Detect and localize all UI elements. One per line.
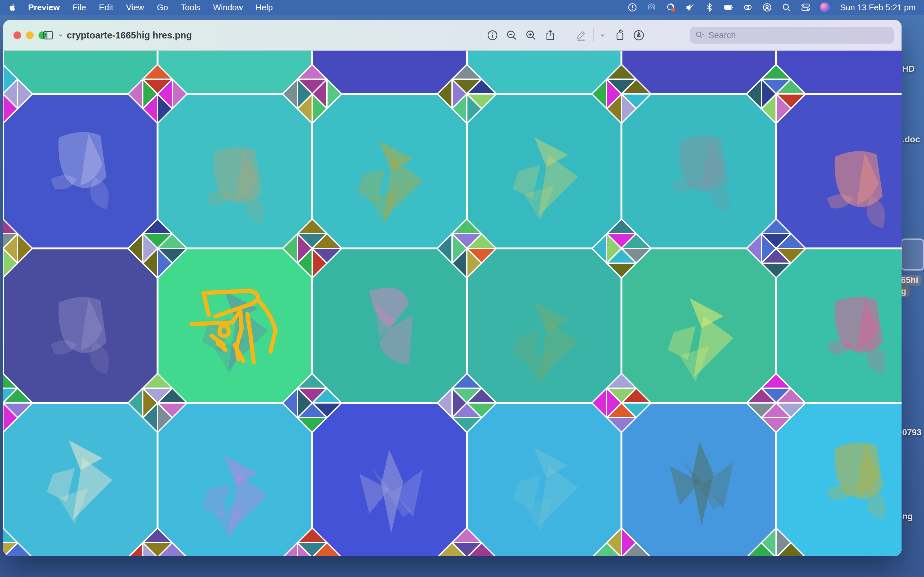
desktop-file-label[interactable]: 0793	[902, 428, 921, 438]
annotate-pen-icon[interactable]	[633, 29, 645, 41]
spotlight-icon[interactable]	[782, 3, 791, 12]
desktop-file-icon[interactable]	[901, 239, 924, 271]
zoom-in-icon[interactable]	[525, 29, 537, 41]
traffic-lights	[13, 31, 46, 39]
battery-icon[interactable]	[724, 3, 733, 12]
sidebar-controls	[42, 20, 64, 51]
image-canvas	[3, 51, 901, 556]
record-badge-icon[interactable]	[666, 3, 676, 12]
menu-item-go[interactable]: Go	[157, 0, 168, 15]
volume-muted-icon[interactable]	[685, 3, 695, 12]
menu-item-file[interactable]: File	[73, 0, 86, 15]
desktop-file-label[interactable]: HD	[902, 64, 915, 74]
preview-window: cryptoarte-1665hig hres.png Search	[3, 20, 901, 556]
control-center-icon[interactable]	[801, 3, 811, 12]
menu-item-tools[interactable]: Tools	[181, 0, 200, 15]
toolbar-divider	[593, 29, 594, 42]
share-icon[interactable]	[544, 29, 556, 41]
onepassword-icon[interactable]	[628, 3, 637, 12]
window-title: cryptoarte-1665hig hres.png	[67, 20, 192, 51]
search-placeholder: Search	[708, 31, 736, 40]
user-account-icon[interactable]	[762, 3, 772, 12]
chevron-down-icon[interactable]	[599, 31, 606, 39]
status-icons	[628, 3, 830, 12]
search-field[interactable]: Search	[690, 27, 894, 44]
menu-item-edit[interactable]: Edit	[99, 0, 113, 15]
rotate-icon[interactable]	[614, 29, 626, 41]
close-button[interactable]	[13, 31, 21, 39]
menu-bar: PreviewFileEditViewGoToolsWindowHelp Sun…	[0, 0, 924, 15]
markup-pencil-icon[interactable]	[575, 29, 587, 41]
toolbar-actions	[486, 20, 652, 51]
menu-items: PreviewFileEditViewGoToolsWindowHelp	[28, 0, 273, 15]
search-icon	[695, 31, 704, 40]
window-toolbar: cryptoarte-1665hig hres.png Search	[3, 20, 901, 51]
menu-item-window[interactable]: Window	[213, 0, 242, 15]
info-icon[interactable]	[486, 29, 499, 41]
sidebar-icon[interactable]	[42, 29, 55, 42]
minimize-button[interactable]	[26, 31, 34, 39]
menu-item-help[interactable]: Help	[256, 0, 273, 15]
desktop-file-label[interactable]: ng	[902, 512, 913, 522]
chevron-down-icon[interactable]	[57, 32, 64, 39]
siri-icon[interactable]	[820, 3, 830, 12]
menu-item-preview[interactable]: Preview	[28, 0, 60, 15]
handoff-icon[interactable]	[743, 3, 753, 12]
apple-menu-icon[interactable]	[8, 3, 17, 11]
menu-bar-clock[interactable]: Sun 13 Feb 5:21 pm	[840, 3, 916, 13]
bluetooth-icon[interactable]	[704, 3, 714, 12]
desktop-file-label[interactable]: .doc	[902, 135, 920, 145]
radar-icon[interactable]	[647, 3, 656, 12]
menu-item-view[interactable]: View	[126, 0, 144, 15]
zoom-out-icon[interactable]	[506, 29, 518, 41]
